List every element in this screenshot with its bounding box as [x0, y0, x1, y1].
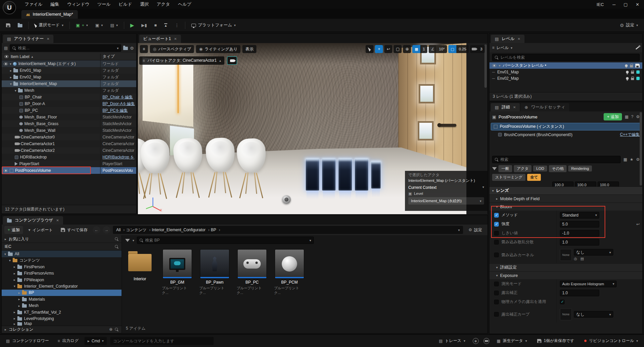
override-checkbox[interactable]	[494, 213, 499, 218]
camera-speed-control[interactable]: 3	[470, 45, 485, 53]
menu-build[interactable]: ビルド	[115, 0, 136, 9]
asset-thumbnail-none[interactable]: None	[560, 249, 572, 261]
cmd-dropdown[interactable]: ▸Cmd▾	[84, 337, 106, 345]
content-settings-dropdown[interactable]: ⚙設定	[466, 226, 485, 234]
pilot-menu-icon[interactable]: ≡	[143, 58, 145, 63]
close-icon[interactable]: ✕	[47, 37, 49, 41]
menu-file[interactable]: ファイル	[21, 0, 46, 9]
menu-window[interactable]: ウィンドウ	[63, 0, 93, 9]
metering-mode-dropdown[interactable]: Auto Exposure Histogram▾	[560, 281, 617, 287]
unreal-logo[interactable]: U	[3, 1, 16, 14]
table-row[interactable]: BP_Door-ABP_Door-Aを編集	[2, 100, 136, 107]
save-icon[interactable]	[635, 64, 640, 68]
favorites-icon[interactable]: ★	[630, 157, 633, 162]
edit-cpp-link[interactable]: C++で編集	[620, 132, 640, 137]
filter-lod[interactable]: LOD	[533, 165, 547, 171]
frame-skip-button[interactable]: ▶▮	[139, 21, 150, 30]
value-field[interactable]: 100.0	[575, 182, 596, 187]
edit-blueprint-link[interactable]: BP_Chair を編集	[100, 94, 136, 100]
search-icon[interactable]	[115, 328, 119, 331]
level-color-swatch[interactable]	[636, 70, 640, 74]
gear-icon[interactable]: ⚙	[636, 157, 640, 162]
outliner-row-postprocessvolume[interactable]: PostProcessVolumePostProcessVolu	[2, 167, 136, 174]
override-checkbox[interactable]	[494, 312, 499, 317]
breadcrumb-item[interactable]: コンテンツ	[126, 227, 150, 233]
table-row[interactable]: ▸Env01_Mapフォルダ	[2, 67, 136, 74]
section-lens[interactable]: ▾レンズ	[489, 187, 642, 195]
sidebar-item-mesh[interactable]: ▸Mesh	[2, 302, 122, 309]
section-advanced[interactable]: ▾詳細設定	[489, 263, 642, 271]
stop-piloting-button[interactable]	[227, 56, 237, 65]
visibility-icon[interactable]	[4, 169, 8, 172]
screenshot-icon[interactable]	[483, 338, 489, 344]
level-color-swatch[interactable]	[636, 77, 640, 80]
eject-button[interactable]: ▲	[162, 21, 170, 30]
table-row[interactable]: PlayerStartPlayerStart	[2, 160, 136, 167]
override-checkbox[interactable]	[494, 282, 499, 286]
add-component-button[interactable]: +追加	[604, 113, 622, 120]
rotation-snap-control[interactable]: ∠10°	[429, 45, 447, 53]
tab-content-browser[interactable]: コンテンツブラウザ ✕	[3, 216, 63, 225]
sidebar-item-firstpersonarms[interactable]: ▸FirstPersonArms	[2, 270, 122, 277]
tab-outliner[interactable]: ▤ アウトライナー ✕	[3, 35, 53, 43]
content-drawer-button[interactable]: ▤コンテンツドロワー	[3, 337, 52, 345]
save-all-button[interactable]: すべて保存	[58, 226, 90, 234]
filter-rendering[interactable]: Rendering	[568, 165, 592, 171]
menu-select[interactable]: 選択	[136, 0, 153, 9]
edit-blueprint-link[interactable]: HDRIBackdrop を	[100, 154, 136, 160]
output-log-button[interactable]: ≡出力ログ	[55, 337, 81, 345]
viewport-options-button[interactable]: ≡	[140, 45, 148, 53]
viewport-scrollbar[interactable]	[484, 44, 487, 88]
filter-streaming[interactable]: ストリーミング	[492, 174, 525, 181]
move-tool-button[interactable]: +	[375, 45, 383, 53]
derived-data-dropdown[interactable]: ▦派生データ▾	[494, 337, 530, 345]
path-dropdown-icon[interactable]: ▾	[458, 228, 460, 232]
section-bloom[interactable]: ▾Bloom	[489, 203, 642, 211]
lighting-icon[interactable]	[626, 71, 629, 73]
curve-asset-dropdown[interactable]: なし▾	[574, 311, 613, 318]
table-row[interactable]: CineCameraActor2CineCameraActor	[2, 147, 136, 154]
world-space-button[interactable]: ⊕	[403, 45, 411, 53]
forward-button[interactable]: →	[103, 226, 110, 234]
scatter-field[interactable]: 1.0	[560, 239, 599, 246]
close-icon[interactable]: ✕	[513, 105, 516, 109]
add-actor-dropdown[interactable]: ▣+▾	[73, 21, 90, 30]
menu-edit[interactable]: 編集	[46, 0, 63, 9]
override-checkbox[interactable]	[494, 291, 499, 295]
exposure-comp-field[interactable]: 1.0	[560, 290, 599, 296]
level-row[interactable]: ─ Env02_Map	[489, 75, 642, 81]
pilot-actor-label[interactable]: ≡ パイロットアクタ: CineCameraActor1 ▴	[139, 56, 224, 65]
platforms-dropdown[interactable]: プラットフォーム ▾	[189, 21, 238, 30]
add-content-button[interactable]: +追加	[4, 226, 23, 234]
override-checkbox[interactable]	[494, 222, 499, 227]
table-row[interactable]: BP_ChairBP_Chair を編集	[2, 94, 136, 100]
save-button[interactable]	[3, 21, 13, 30]
viewport-3d-view[interactable]: X ≡ ◎パースペクティブ ◉ライティングあり 表示 + ↩ ▢ ⊕ ▦1 ∠1…	[138, 43, 487, 214]
console-command-input[interactable]	[113, 339, 211, 343]
component-row-instance[interactable]: PostProcessVolume (インスタンス)	[491, 123, 641, 130]
visibility-icon[interactable]	[492, 64, 496, 67]
close-icon[interactable]: ✕	[174, 37, 177, 41]
scale-tool-button[interactable]: ▢	[394, 45, 402, 53]
table-row[interactable]: Mesh_Base_WallStaticMeshActor	[2, 127, 136, 134]
override-checkbox[interactable]	[494, 240, 499, 245]
speaker-gizmo[interactable]	[282, 195, 291, 204]
table-row[interactable]: ▾Meshフォルダ	[2, 87, 136, 94]
unsaved-button[interactable]: 1個が未保存です	[534, 337, 577, 345]
visibility-column-icon[interactable]	[4, 55, 9, 58]
sidebar-item-iec-configurator[interactable]: ▾Interior_Element_Configurator	[2, 283, 122, 289]
scale-snap-control[interactable]: ▢0.25	[448, 45, 468, 53]
asset-bp-pawn[interactable]: BP_Pawn ブループリント ク...	[199, 249, 230, 295]
level-row-persistent[interactable]: ▾ パーシスタントレベル •	[489, 62, 642, 69]
apply-physical-exposure-checkbox[interactable]	[560, 300, 565, 304]
gear-icon[interactable]: ⚙	[636, 114, 640, 119]
levels-search-input[interactable]	[500, 55, 637, 60]
value-field[interactable]: 100.0	[552, 182, 574, 187]
stop-button[interactable]: ■	[152, 21, 160, 30]
tab-details[interactable]: ▤ 詳細 ✕	[491, 103, 520, 111]
favorites-section[interactable]: ▸ お気に入り	[2, 235, 122, 243]
menu-tools[interactable]: ツール	[93, 0, 115, 9]
threshold-field[interactable]: -1.0	[560, 230, 599, 237]
component-row-brush[interactable]: BrushComponent (BrushComponent0) C++で編集	[489, 131, 642, 138]
matrix-icon[interactable]: ▦	[625, 114, 628, 119]
